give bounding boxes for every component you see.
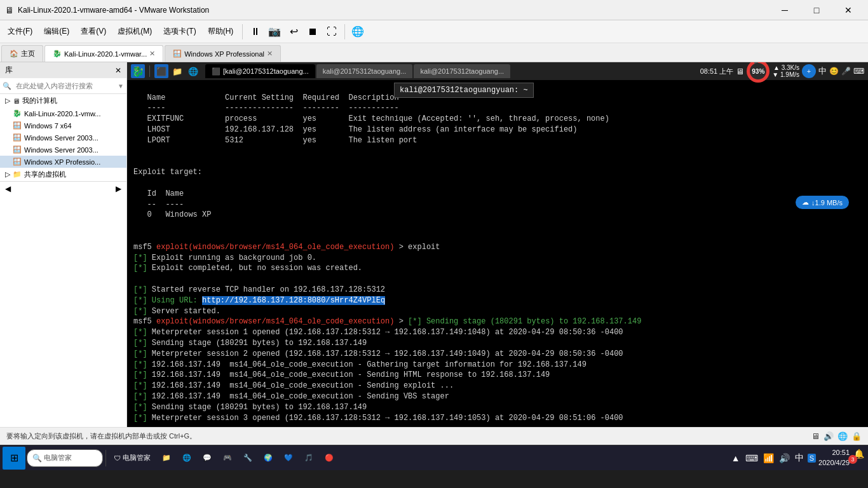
tab-kali-close[interactable]: ✕: [149, 50, 155, 58]
tab-winxp-label: Windows XP Professional: [184, 50, 264, 58]
kali-logo[interactable]: 🐉: [131, 64, 145, 78]
emoji-icon[interactable]: 😊: [829, 67, 839, 76]
vmware-icon: 🖥: [5, 5, 14, 15]
sidebar-item-mycomputer[interactable]: ▷ 🖥 我的计算机: [0, 94, 126, 107]
kali-terminal-icon[interactable]: ⬛: [154, 64, 168, 78]
sidebar-winxp-label: Windows XP Professio...: [24, 158, 100, 166]
term-tab-1[interactable]: ⬛ [kali@20175312taoguang...: [205, 64, 315, 78]
taskbar-item-tools[interactable]: 🔧: [238, 447, 257, 470]
taskbar-item-music[interactable]: 🎵: [299, 447, 318, 470]
fullscreen-button[interactable]: ⛶: [323, 23, 341, 41]
scroll-right-icon[interactable]: ▶: [116, 184, 121, 193]
taskbar-item-game[interactable]: 🎮: [218, 447, 237, 470]
minimize-button[interactable]: ─: [770, 1, 799, 20]
kali-file-icon[interactable]: 📁: [170, 64, 184, 78]
baidu-download-widget[interactable]: ☁ ↓1.9 MB/s: [796, 196, 849, 209]
qq-icon: 💙: [284, 454, 293, 462]
term-tab-1-label: [kali@20175312taoguang...: [223, 67, 309, 75]
baidu-speed: ↓1.9 MB/s: [811, 199, 843, 207]
taskbar-item-ie[interactable]: 🌐: [177, 447, 196, 470]
term-tab-3-label: kali@20175312taoguang...: [420, 67, 504, 75]
clock-date: 2020/4/29: [818, 458, 850, 468]
taskbar-item-manager[interactable]: 🛡 电脑管家: [109, 447, 156, 470]
sidebar-search-container: 🔍 ▼: [0, 78, 126, 94]
power-button[interactable]: ⏹: [304, 23, 322, 41]
tray-wifi-icon[interactable]: 📶: [762, 452, 775, 464]
tab-home[interactable]: 🏠 主页: [1, 45, 43, 62]
tabbar: 🏠 主页 🐉 Kali-Linux-2020.1-vmwar... ✕ 🪟 Wi…: [0, 43, 868, 62]
tab-winxp[interactable]: 🪟 Windows XP Professional ✕: [165, 45, 281, 62]
revert-button[interactable]: ↩: [285, 23, 302, 41]
taskbar-tray: ▲ ⌨ 📶 🔊 中 S 20:51 2020/4/29 🔔 3: [730, 448, 865, 468]
tab-home-label: 主页: [21, 49, 35, 58]
server-icon-a: 🪟: [13, 133, 22, 142]
terminal-tooltip: kali@20175312taoguangyuan: ~: [394, 83, 534, 98]
titlebar: 🖥 Kali-Linux-2020.1-vmware-amd64 - VMwar…: [0, 0, 868, 20]
input-method-tray-icon[interactable]: 中: [794, 451, 805, 465]
menu-edit[interactable]: 编辑(E): [39, 24, 74, 39]
taskbar-search-label[interactable]: 电脑管家: [44, 453, 72, 463]
network-button[interactable]: 🌐: [349, 23, 367, 41]
titlebar-title: Kali-Linux-2020.1-vmware-amd64 - VMware …: [18, 6, 209, 15]
close-button[interactable]: ✕: [834, 1, 863, 20]
tray-speaker-icon[interactable]: 🔊: [778, 452, 791, 464]
maximize-button[interactable]: □: [802, 1, 831, 20]
keyboard-icon[interactable]: ⌨: [853, 67, 864, 76]
tray-icon-2: 🔊: [824, 431, 834, 441]
dropdown-icon: ▼: [118, 83, 124, 90]
sidebar-item-server2003b[interactable]: 🪟 Windows Server 2003...: [0, 144, 126, 156]
sidebar-close-icon[interactable]: ✕: [115, 66, 121, 75]
tab-kali[interactable]: 🐉 Kali-Linux-2020.1-vmwar... ✕: [44, 45, 163, 62]
taskbar-item-net[interactable]: 🌍: [259, 447, 278, 470]
menu-view[interactable]: 查看(V): [76, 24, 111, 39]
taskbar-item-red[interactable]: 🔴: [320, 447, 339, 470]
notification-badge: 3: [848, 455, 857, 464]
taskbar-item-chat[interactable]: 💬: [198, 447, 217, 470]
snapshot-button[interactable]: 📷: [266, 23, 283, 41]
clock-time: 20:51: [818, 448, 850, 458]
menu-file[interactable]: 文件(F): [3, 24, 37, 39]
winxp-icon: 🪟: [13, 158, 22, 166]
term-tab-icon: ⬛: [212, 67, 220, 76]
tray-up-icon[interactable]: ▲: [730, 452, 742, 464]
tray-keyboard-icon[interactable]: ⌨: [744, 452, 759, 464]
sidebar-item-server2003a[interactable]: 🪟 Windows Server 2003...: [0, 132, 126, 144]
shared-icon: 📁: [13, 170, 22, 179]
scroll-left-icon[interactable]: ◀: [5, 184, 11, 193]
input-method-icon[interactable]: 中: [818, 65, 827, 77]
add-icon[interactable]: +: [802, 64, 816, 78]
home-icon: 🏠: [10, 50, 18, 58]
sidebar-win7-label: Windows 7 x64: [24, 122, 72, 130]
status-text: 要将输入定向到该虚拟机，请在虚拟机内部单击或按 Ctrl+G。: [6, 431, 196, 441]
sidebar-item-shared[interactable]: ▷ 📁 共享的虚拟机: [0, 168, 126, 181]
ie-icon: 🌐: [182, 454, 191, 462]
taskbar-item-qq[interactable]: 💙: [279, 447, 298, 470]
kali-browser-icon[interactable]: 🌐: [186, 64, 200, 78]
terminal-body[interactable]: Payload options (windows/meterpreter/rev…: [127, 80, 868, 427]
sogou-icon[interactable]: S: [808, 454, 816, 463]
sidebar-item-winxp[interactable]: 🪟 Windows XP Professio...: [0, 156, 126, 168]
term-tab-3[interactable]: kali@20175312taoguang...: [414, 64, 510, 78]
titlebar-controls: ─ □ ✕: [770, 1, 863, 20]
sidebar-item-win7[interactable]: 🪟 Windows 7 x64: [0, 119, 126, 132]
sidebar-search-input[interactable]: [13, 81, 118, 91]
folder-icon: 📁: [162, 454, 171, 462]
red-icon: 🔴: [325, 454, 334, 462]
tab-kali-label: Kali-Linux-2020.1-vmwar...: [64, 50, 147, 58]
taskbar-item-folder[interactable]: 📁: [157, 447, 176, 470]
menu-tabs[interactable]: 选项卡(T): [158, 24, 201, 39]
expand-icon: ▷: [5, 97, 10, 105]
menu-help[interactable]: 帮助(H): [203, 24, 239, 39]
menu-vm[interactable]: 虚拟机(M): [112, 24, 157, 39]
start-button[interactable]: ⊞: [3, 447, 25, 470]
game-icon: 🎮: [223, 454, 232, 462]
pause-button[interactable]: ⏸: [247, 23, 264, 41]
titlebar-left: 🖥 Kali-Linux-2020.1-vmware-amd64 - VMwar…: [5, 5, 209, 15]
baidu-icon: ☁: [802, 198, 809, 207]
tab-winxp-close[interactable]: ✕: [267, 50, 273, 58]
taskbar-clock[interactable]: 20:51 2020/4/29: [818, 448, 850, 468]
tooltip-text: kali@20175312taoguangyuan: ~: [400, 86, 528, 95]
mic-icon[interactable]: 🎤: [841, 67, 851, 76]
sidebar-item-kali[interactable]: 🐉 Kali-Linux-2020.1-vmw...: [0, 107, 126, 119]
term-tab-2[interactable]: kali@20175312taoguang...: [316, 64, 413, 78]
